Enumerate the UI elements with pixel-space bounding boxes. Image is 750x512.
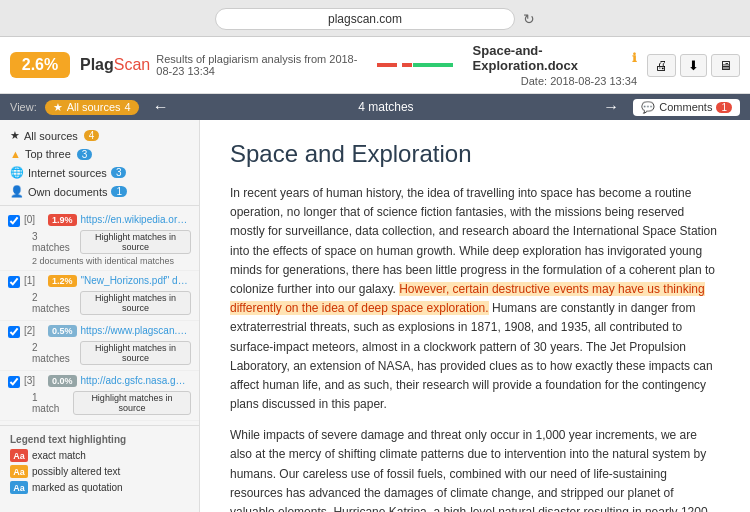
prev-match-button[interactable]: ←: [147, 98, 175, 116]
source-3-index: [3]: [24, 375, 44, 386]
monitor-button[interactable]: 🖥: [711, 54, 740, 77]
source-0-pct: 1.9%: [48, 214, 77, 226]
altered-text-box: Aa: [10, 465, 28, 478]
app-header: 2.6% PlagScan Results of plagiarism anal…: [0, 37, 750, 94]
filename: Space-and-Exploration.docx ℹ: [473, 43, 637, 73]
source-0-checkbox[interactable]: [8, 215, 20, 227]
source-2-pct: 0.5%: [48, 325, 77, 337]
source-item-2: [2] 0.5% https://www.plagscan.com/dlView…: [0, 321, 199, 371]
legend-title: Legend text highlighting: [10, 434, 189, 445]
legend-item-altered: Aa possibly altered text: [10, 465, 189, 478]
all-sources-count: 4: [125, 101, 131, 113]
sidebar-item-all-sources[interactable]: ★ All sources 4: [0, 126, 199, 145]
analysis-info: Results of plagiarism analysis from 2018…: [156, 53, 370, 77]
source-item-3: [3] 0.0% http://adc.gsfc.nasa.gov/adc/ed…: [0, 371, 199, 421]
source-0-url[interactable]: https://en.wikipedia.org/wiki/Space_expl…: [81, 214, 191, 225]
source-1-url[interactable]: "New_Horizons.pdf" dated 2018-06-15: [81, 275, 191, 286]
star-icon: ★: [10, 129, 20, 142]
next-match-button[interactable]: →: [597, 98, 625, 116]
brand-logo: PlagScan: [80, 56, 150, 74]
score-badge: 2.6%: [10, 52, 70, 78]
sidebar-own-docs-label: Own documents: [28, 186, 107, 198]
source-0-matches: 3 matches: [32, 231, 74, 253]
download-button[interactable]: ⬇: [680, 54, 707, 77]
person-icon: 👤: [10, 185, 24, 198]
comment-icon: 💬: [641, 101, 655, 114]
source-1-matches: 2 matches: [32, 292, 74, 314]
source-3-url[interactable]: http://adc.gsfc.nasa.gov/adc/education/s…: [81, 375, 191, 386]
sidebar-item-top-three[interactable]: ▲ Top three 3: [0, 145, 199, 163]
comments-button[interactable]: 💬 Comments 1: [633, 99, 740, 116]
all-sources-label: All sources: [67, 101, 121, 113]
match-count: 4 matches: [191, 100, 582, 114]
source-2-index: [2]: [24, 325, 44, 336]
quotation-box: Aa: [10, 481, 28, 494]
browser-chrome: ↻: [0, 0, 750, 37]
source-1-pct: 1.2%: [48, 275, 77, 287]
exact-match-label: exact match: [32, 450, 86, 461]
source-1-index: [1]: [24, 275, 44, 286]
sidebar-top-three-label: Top three: [25, 148, 71, 160]
source-item-0: [0] 1.9% https://en.wikipedia.org/wiki/S…: [0, 210, 199, 271]
document-title: Space and Exploration: [230, 140, 720, 168]
source-3-highlight-btn[interactable]: Highlight matches in source: [73, 391, 191, 415]
file-date: Date: 2018-08-23 13:34: [521, 75, 637, 87]
source-0-sub: 2 documents with identical matches: [32, 256, 191, 266]
source-3-checkbox[interactable]: [8, 376, 20, 388]
all-sources-filter[interactable]: ★ All sources 4: [45, 100, 139, 115]
info-icon[interactable]: ℹ: [632, 51, 637, 65]
source-item-1: [1] 1.2% "New_Horizons.pdf" dated 2018-0…: [0, 271, 199, 321]
source-2-checkbox[interactable]: [8, 326, 20, 338]
source-3-matches: 1 match: [32, 392, 67, 414]
source-2-matches: 2 matches: [32, 342, 74, 364]
altered-text-label: possibly altered text: [32, 466, 120, 477]
sidebar: ★ All sources 4 ▲ Top three 3 🌐 Internet…: [0, 120, 200, 512]
source-0-index: [0]: [24, 214, 44, 225]
refresh-button[interactable]: ↻: [523, 11, 535, 27]
source-2-url[interactable]: https://www.plagscan.com/dlView?7395199: [81, 325, 191, 336]
source-1-highlight-btn[interactable]: Highlight matches in source: [80, 291, 191, 315]
sidebar-all-sources-label: All sources: [24, 130, 78, 142]
address-bar[interactable]: [215, 8, 515, 30]
internet-count-badge: 3: [111, 167, 127, 178]
source-3-pct: 0.0%: [48, 375, 77, 387]
source-2-highlight-btn[interactable]: Highlight matches in source: [80, 341, 191, 365]
toolbar: View: ★ All sources 4 ← 4 matches → 💬 Co…: [0, 94, 750, 120]
own-docs-count-badge: 1: [111, 186, 127, 197]
view-label: View:: [10, 101, 37, 113]
sidebar-internet-label: Internet sources: [28, 167, 107, 179]
paragraph-2: While impacts of severe damage and threa…: [230, 426, 720, 512]
comments-label: Comments: [659, 101, 712, 113]
comments-count: 1: [716, 102, 732, 113]
sidebar-item-own-documents[interactable]: 👤 Own documents 1: [0, 182, 199, 201]
legend: Legend text highlighting Aa exact match …: [0, 425, 199, 505]
exact-match-box: Aa: [10, 449, 28, 462]
all-sources-count-badge: 4: [84, 130, 100, 141]
internet-icon: 🌐: [10, 166, 24, 179]
print-button[interactable]: 🖨: [647, 54, 676, 77]
source-0-highlight-btn[interactable]: Highlight matches in source: [80, 230, 191, 254]
highlighted-text: However, certain destructive events may …: [230, 282, 705, 315]
quotation-label: marked as quotation: [32, 482, 123, 493]
top-three-count-badge: 3: [77, 149, 93, 160]
source-1-checkbox[interactable]: [8, 276, 20, 288]
document-content: Space and Exploration In recent years of…: [200, 120, 750, 512]
legend-item-quotation: Aa marked as quotation: [10, 481, 189, 494]
star-icon: ★: [53, 101, 63, 114]
sidebar-item-internet-sources[interactable]: 🌐 Internet sources 3: [0, 163, 199, 182]
top-three-icon: ▲: [10, 148, 21, 160]
legend-item-exact: Aa exact match: [10, 449, 189, 462]
paragraph-1: In recent years of human history, the id…: [230, 184, 720, 414]
